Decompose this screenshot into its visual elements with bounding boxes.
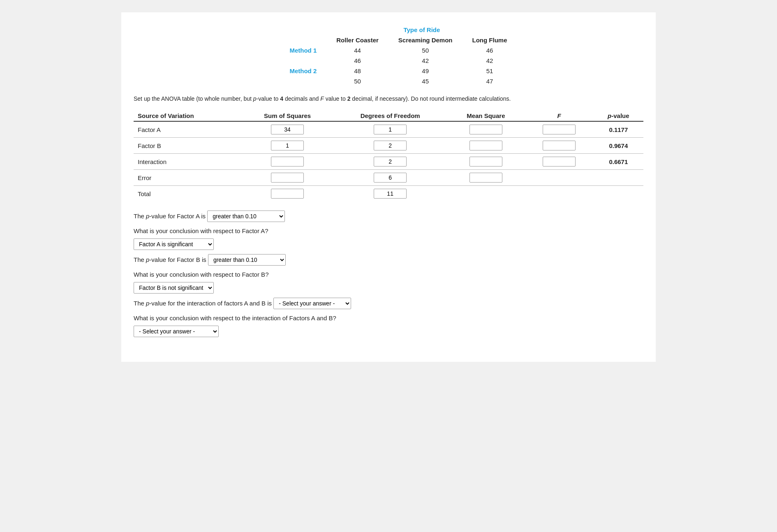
interaction-ms-input[interactable] (469, 157, 502, 167)
total-f-cell (525, 186, 594, 202)
data-table: Type of Ride Roller Coaster Screaming De… (260, 25, 517, 86)
table-row: Method 2 48 49 51 (260, 66, 517, 76)
total-df-input[interactable] (374, 189, 407, 199)
cell-m2r2-flume: 47 (462, 76, 517, 86)
error-pvalue (594, 170, 643, 186)
factor-b-ss-input[interactable] (271, 141, 304, 150)
q3-text: The p-value for Factor B is greater than… (134, 254, 643, 266)
total-label: Total (134, 186, 241, 202)
anova-header-f: F (525, 111, 594, 121)
q4-text: What is your conclusion with respect to … (134, 270, 643, 280)
interaction-ss-input[interactable] (271, 157, 304, 167)
total-ss-input[interactable] (271, 189, 304, 199)
error-df-cell (333, 170, 447, 186)
anova-row-error: Error (134, 170, 643, 186)
table-row: 50 45 47 (260, 76, 517, 86)
table-row: 46 42 42 (260, 56, 517, 66)
factor-a-ss-cell (241, 121, 333, 138)
error-label: Error (134, 170, 241, 186)
cell-m2r2-roller: 50 (326, 76, 388, 86)
error-ms-input[interactable] (469, 173, 502, 183)
anova-row-interaction: Interaction 0.6671 (134, 154, 643, 170)
anova-table: Source of Variation Sum of Squares Degre… (134, 111, 643, 201)
main-page: Type of Ride Roller Coaster Screaming De… (121, 12, 656, 362)
question-6-block: What is your conclusion with respect to … (134, 313, 643, 337)
cell-m1r1-flume: 46 (462, 45, 517, 56)
factor-b-ss-cell (241, 138, 333, 154)
cell-m2r1-roller: 48 (326, 66, 388, 76)
anova-header-ss: Sum of Squares (241, 111, 333, 121)
total-df-cell (333, 186, 447, 202)
cell-m1r2-roller: 46 (326, 56, 388, 66)
col-long-flume: Long Flume (462, 35, 517, 45)
interaction-ss-cell (241, 154, 333, 170)
q3-dropdown[interactable]: greater than 0.10 between 0.025 and 0.05… (208, 254, 286, 266)
factor-b-label: Factor B (134, 138, 241, 154)
cell-m1r2-flume: 42 (462, 56, 517, 66)
q2-dropdown[interactable]: Factor A is significant Factor A is not … (134, 238, 214, 250)
table-row: Method 1 44 50 46 (260, 45, 517, 56)
anova-row-total: Total (134, 186, 643, 202)
question-3-block: The p-value for Factor B is greater than… (134, 254, 643, 266)
type-of-ride-header: Type of Ride (403, 26, 440, 33)
method2-label: Method 2 (280, 66, 326, 76)
factor-a-f-cell (525, 121, 594, 138)
factor-a-ms-input[interactable] (469, 125, 502, 134)
question-5-block: The p-value for the interaction of facto… (134, 298, 643, 309)
q5-dropdown[interactable]: - Select your answer - greater than 0.10… (273, 298, 351, 309)
q6-dropdown[interactable]: - Select your answer - Interaction is si… (134, 326, 219, 337)
cell-m2r2-screaming: 45 (388, 76, 462, 86)
factor-a-df-input[interactable] (374, 125, 407, 134)
q1-text: The p-value for Factor A is greater than… (134, 210, 643, 222)
factor-b-pvalue: 0.9674 (594, 138, 643, 154)
error-ss-cell (241, 170, 333, 186)
cell-m1r2-screaming: 42 (388, 56, 462, 66)
question-4-block: What is your conclusion with respect to … (134, 270, 643, 294)
factor-a-f-input[interactable] (543, 125, 576, 134)
question-2-block: What is your conclusion with respect to … (134, 226, 643, 250)
anova-header-pvalue: p-value (594, 111, 643, 121)
anova-row-factor-b: Factor B 0.9674 (134, 138, 643, 154)
error-ss-input[interactable] (271, 173, 304, 183)
cell-m1r1-screaming: 50 (388, 45, 462, 56)
factor-a-ms-cell (447, 121, 525, 138)
col-screaming-demon: Screaming Demon (388, 35, 462, 45)
interaction-df-cell (333, 154, 447, 170)
anova-header-df: Degrees of Freedom (333, 111, 447, 121)
total-pvalue (594, 186, 643, 202)
total-ss-cell (241, 186, 333, 202)
total-ms-cell (447, 186, 525, 202)
cell-m1r1-roller: 44 (326, 45, 388, 56)
instructions-text: Set up the ANOVA table (to whole number,… (134, 95, 643, 103)
factor-a-label: Factor A (134, 121, 241, 138)
cell-m2r1-flume: 51 (462, 66, 517, 76)
q4-dropdown[interactable]: Factor B is not significant Factor B is … (134, 282, 214, 294)
factor-b-ms-input[interactable] (469, 141, 502, 150)
q1-dropdown[interactable]: greater than 0.10 between 0.025 and 0.05… (207, 210, 285, 222)
method1-label: Method 1 (280, 45, 326, 56)
factor-b-df-cell (333, 138, 447, 154)
error-df-input[interactable] (374, 173, 407, 183)
factor-b-df-input[interactable] (374, 141, 407, 150)
factor-a-df-cell (333, 121, 447, 138)
col-roller-coaster: Roller Coaster (326, 35, 388, 45)
cell-m2r1-screaming: 49 (388, 66, 462, 76)
error-f-cell (525, 170, 594, 186)
factor-a-pvalue: 0.1177 (594, 121, 643, 138)
interaction-df-input[interactable] (374, 157, 407, 167)
anova-header-source: Source of Variation (134, 111, 241, 121)
interaction-label: Interaction (134, 154, 241, 170)
interaction-f-cell (525, 154, 594, 170)
interaction-f-input[interactable] (543, 157, 576, 167)
interaction-pvalue: 0.6671 (594, 154, 643, 170)
error-ms-cell (447, 170, 525, 186)
factor-a-ss-input[interactable] (271, 125, 304, 134)
q5-text: The p-value for the interaction of facto… (134, 298, 643, 309)
interaction-ms-cell (447, 154, 525, 170)
anova-header-ms: Mean Square (447, 111, 525, 121)
factor-b-ms-cell (447, 138, 525, 154)
q6-text: What is your conclusion with respect to … (134, 313, 643, 323)
factor-b-f-input[interactable] (543, 141, 576, 150)
factor-b-f-cell (525, 138, 594, 154)
q2-text: What is your conclusion with respect to … (134, 226, 643, 236)
